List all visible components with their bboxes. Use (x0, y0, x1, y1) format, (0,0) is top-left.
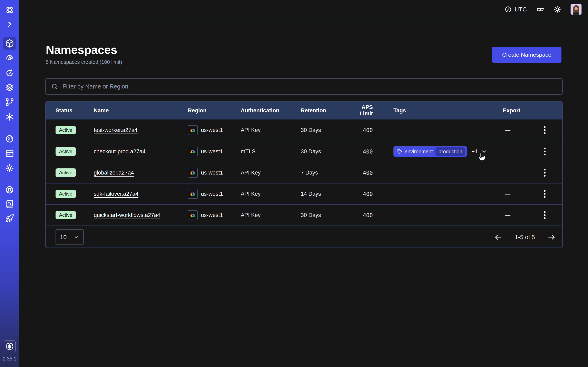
table-footer: 10 1-5 of 5 (46, 225, 562, 248)
sidebar-item-usage[interactable] (3, 133, 16, 145)
next-page-button[interactable] (546, 232, 557, 243)
row-menu-button[interactable] (540, 144, 550, 159)
sidebar-expand-button[interactable] (3, 18, 16, 31)
aps-limit-value: 400 (347, 170, 393, 176)
table-body: Active test-worker.a27a4 us-west1 (46, 119, 562, 225)
sidebar-item-workflows[interactable] (3, 52, 16, 64)
cube-namespaces-icon (5, 39, 14, 48)
auth-value: API Key (241, 170, 301, 176)
export-value: — (505, 149, 510, 155)
sidebar-item-billing[interactable] (3, 147, 16, 160)
sidebar-item-docs[interactable] (3, 198, 16, 210)
dollar-badge-icon (6, 342, 14, 350)
kebab-icon (544, 189, 546, 198)
theme-toggle-button[interactable] (554, 6, 561, 13)
kebab-icon (544, 125, 546, 134)
sidebar-item-batch[interactable] (3, 81, 16, 94)
namespace-link[interactable]: test-worker.a27a4 (94, 127, 138, 133)
layers-icon (5, 83, 14, 92)
region-label: us-west1 (201, 149, 223, 155)
namespace-link[interactable]: globalizer.a27a4 (94, 170, 134, 176)
sidebar-item-settings[interactable] (3, 162, 16, 175)
sidebar-item-schedules[interactable] (3, 67, 16, 79)
col-authentication: Authentication (241, 108, 301, 114)
timezone-label: UTC (515, 6, 527, 13)
retention-value: 30 Days (301, 149, 347, 155)
sun-icon (554, 6, 561, 13)
chevron-down-icon (73, 234, 79, 240)
row-menu-button[interactable] (540, 123, 550, 137)
auth-value: mTLS (241, 149, 301, 155)
status-badge: Active (56, 211, 76, 219)
tags-more-count: +1 (471, 149, 478, 155)
col-status: Status (56, 108, 94, 114)
col-aps-limit: APS Limit (347, 104, 393, 117)
page-size-value: 10 (60, 234, 67, 241)
sidebar-item-namespaces[interactable] (3, 37, 16, 50)
region-label: us-west1 (201, 127, 223, 133)
retention-value: 30 Days (301, 212, 347, 218)
tag-value: production (435, 147, 466, 156)
pricing-button[interactable] (4, 341, 16, 352)
sidebar-item-support[interactable] (3, 184, 16, 196)
sidebar-divider (0, 128, 19, 128)
row-menu-button[interactable] (540, 208, 550, 222)
filter-input[interactable] (62, 83, 557, 90)
col-retention: Retention (301, 108, 347, 114)
namespace-link[interactable]: sdk-failover.a27a4 (94, 191, 138, 197)
filter-container (45, 78, 563, 95)
temporal-logo[interactable] (3, 4, 16, 16)
region-label: us-west1 (201, 170, 223, 176)
region-label: us-west1 (201, 191, 223, 197)
table-row: Active quickstart-workflows.a27a4 us (46, 204, 562, 225)
region-label: us-west1 (201, 212, 223, 218)
aps-limit-value: 400 (347, 212, 393, 218)
prev-page-button[interactable] (493, 232, 504, 243)
col-name: Name (94, 108, 188, 114)
export-value: — (505, 191, 510, 197)
sidebar-item-get-started[interactable] (3, 212, 16, 225)
namespace-link[interactable]: checkout-prod.a27a4 (94, 149, 146, 155)
gauge-icon (5, 134, 14, 143)
table-row: Active test-worker.a27a4 us-west1 (46, 119, 562, 141)
clock-icon (505, 6, 512, 13)
tag-key: environment (405, 149, 433, 155)
export-value: — (505, 212, 510, 218)
arrow-right-icon (547, 233, 556, 242)
timezone-button[interactable]: UTC (505, 6, 527, 13)
search-icon (51, 83, 58, 90)
col-export: Export (503, 108, 553, 114)
aps-limit-value: 400 (347, 127, 393, 133)
table-row: Active checkout-prod.a27a4 us-west1 (46, 141, 562, 162)
gcp-logo-icon (188, 210, 198, 220)
row-menu-button[interactable] (540, 166, 550, 180)
page-size-select[interactable]: 10 (56, 229, 84, 245)
row-menu-button[interactable] (540, 187, 550, 201)
retention-value: 7 Days (301, 170, 347, 176)
aps-limit-value: 400 (347, 191, 393, 197)
tags-group: environment production +1 (393, 146, 487, 157)
namespace-link[interactable]: quickstart-workflows.a27a4 (94, 212, 160, 218)
arrow-left-icon (494, 233, 503, 242)
sidebar-item-deployments[interactable] (3, 96, 16, 108)
tags-expand-chevron-icon[interactable] (481, 149, 487, 155)
col-region: Region (188, 108, 241, 114)
topbar: UTC (19, 0, 588, 19)
export-value: — (505, 170, 510, 176)
retention-value: 30 Days (301, 127, 347, 133)
kebab-icon (544, 211, 546, 220)
readability-button[interactable] (536, 5, 544, 13)
page-title: Namespaces (46, 43, 117, 57)
export-value: — (505, 127, 510, 133)
namespaces-table: Status Name Region Authentication Retent… (45, 101, 563, 248)
col-tags: Tags (393, 108, 503, 114)
user-avatar[interactable] (571, 4, 582, 15)
tag-icon (397, 149, 402, 154)
tag-chip[interactable]: environment production (393, 146, 467, 157)
create-namespace-button[interactable]: Create Namespace (492, 47, 562, 63)
auth-value: API Key (241, 212, 301, 218)
page-subtitle: 5 Namespaces created (100 limit) (46, 59, 122, 65)
table-row: Active sdk-failover.a27a4 us-west1 (46, 183, 562, 204)
sidebar-item-nexus[interactable] (3, 110, 16, 123)
status-badge: Active (56, 190, 76, 198)
